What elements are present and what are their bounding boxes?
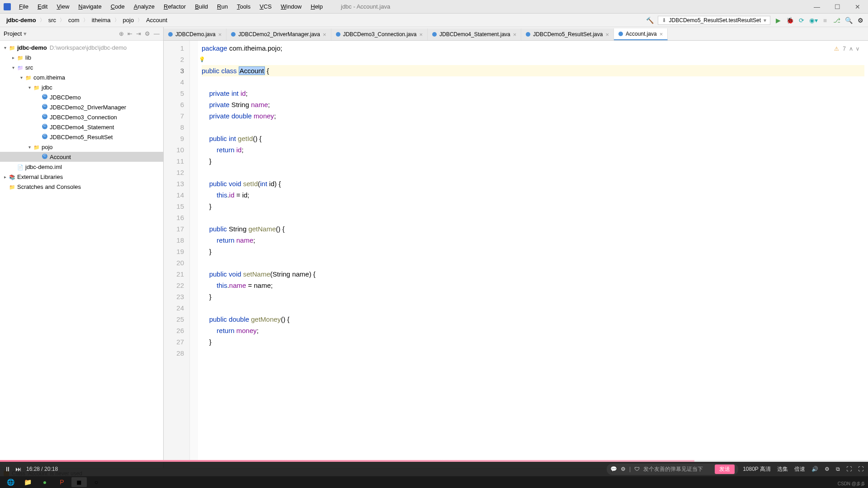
tree-account-file[interactable]: Account: [0, 152, 163, 162]
breadcrumb-item[interactable]: jdbc-demo: [4, 16, 39, 24]
tab-close-icon[interactable]: ×: [513, 31, 517, 38]
menu-edit[interactable]: Edit: [33, 2, 52, 11]
settings-icon[interactable]: ⚙: [856, 16, 864, 24]
settings-gear-icon[interactable]: ⚙: [145, 30, 150, 37]
tree-src[interactable]: ▾ src: [0, 62, 163, 72]
next-button[interactable]: ⏭: [15, 465, 22, 473]
git-icon[interactable]: ⎇: [833, 16, 841, 24]
danmu-send-button[interactable]: 发送: [715, 465, 735, 474]
breadcrumb-item[interactable]: com: [66, 16, 82, 24]
menu-vcs[interactable]: VCS: [255, 2, 276, 11]
fold-column[interactable]: [190, 41, 198, 468]
coverage-icon[interactable]: ⟳: [797, 16, 806, 24]
wide-icon[interactable]: ⛶: [846, 466, 852, 472]
taskbar-wechat-icon[interactable]: ●: [37, 477, 52, 487]
maximize-button[interactable]: ☐: [830, 3, 844, 10]
run-config-selector[interactable]: ⬇ JDBCDemo5_ResultSet.testResultSet ▾: [658, 16, 770, 25]
minimize-button[interactable]: —: [810, 3, 824, 10]
run-icon[interactable]: ▶: [774, 16, 782, 24]
breadcrumb-item[interactable]: Account: [143, 16, 170, 24]
app-icon: [4, 3, 11, 10]
project-tree[interactable]: ▾ jdbc-demo D:\workspace\jdbc\jdbc-demo …: [0, 41, 163, 193]
editor-tab[interactable]: JDBCDemo5_ResultSet.java×: [521, 28, 614, 40]
quality-selector[interactable]: 1080P 高清: [743, 465, 771, 473]
menu-navigate[interactable]: Navigate: [74, 2, 106, 11]
breadcrumb-item[interactable]: itheima: [89, 16, 113, 24]
next-highlight-icon[interactable]: v: [856, 43, 859, 55]
tab-close-icon[interactable]: ×: [323, 31, 326, 38]
menu-bar: FileEditViewNavigateCodeAnalyzeRefactorB…: [14, 2, 327, 11]
navigation-bar: jdbc-demo〉src〉com〉itheima〉pojo〉Account 🔨…: [0, 14, 868, 27]
profile-icon[interactable]: ◉▾: [809, 16, 817, 24]
breadcrumb-item[interactable]: pojo: [120, 16, 137, 24]
volume-icon[interactable]: 🔊: [811, 466, 818, 472]
tree-scratches[interactable]: Scratches and Consoles: [0, 182, 163, 192]
danmu-settings-icon[interactable]: ⚙: [621, 466, 626, 472]
debug-icon[interactable]: 🐞: [786, 16, 794, 24]
build-icon[interactable]: 🔨: [646, 16, 654, 24]
episode-selector[interactable]: 选集: [777, 465, 788, 473]
run-config-label: JDBCDemo5_ResultSet.testResultSet: [669, 17, 761, 23]
pip-icon[interactable]: ⧉: [836, 466, 840, 472]
menu-refactor[interactable]: Refactor: [159, 2, 190, 11]
tab-close-icon[interactable]: ×: [605, 31, 609, 38]
tree-iml-file[interactable]: jdbc-demo.iml: [0, 162, 163, 172]
inspection-widget[interactable]: ⚠ 7 ʌ v: [834, 43, 859, 55]
menu-help[interactable]: Help: [306, 2, 327, 11]
editor-tab[interactable]: Account.java×: [614, 28, 668, 40]
editor-tab[interactable]: JDBCDemo3_Connection.java×: [331, 28, 428, 40]
tab-close-icon[interactable]: ×: [660, 31, 663, 38]
tree-lib[interactable]: ▸ lib: [0, 52, 163, 62]
tree-java-file[interactable]: JDBCDemo3_Connection: [0, 112, 163, 122]
menu-build[interactable]: Build: [190, 2, 212, 11]
hide-panel-icon[interactable]: —: [154, 30, 160, 37]
taskbar-intellij-icon[interactable]: ◼: [71, 477, 87, 487]
tree-root[interactable]: ▾ jdbc-demo D:\workspace\jdbc\jdbc-demo: [0, 42, 163, 52]
video-control-bar: ⏸ ⏭ 16:28 / 20:18 💬 ⚙ | 🛡 发个友善的弹幕见证当下 发送…: [0, 462, 868, 476]
tree-java-file[interactable]: JDBCDemo2_DriverManager: [0, 102, 163, 112]
menu-file[interactable]: File: [14, 2, 33, 11]
danmu-shield-icon[interactable]: 🛡: [634, 466, 640, 472]
code-editor[interactable]: 1234567891011121314151617181920212223242…: [164, 41, 868, 468]
tree-pojo-folder[interactable]: ▾ pojo: [0, 142, 163, 152]
collapse-icon[interactable]: ⇤: [127, 30, 132, 37]
taskbar-explorer-icon[interactable]: 📁: [20, 477, 35, 487]
pause-button[interactable]: ⏸: [5, 465, 11, 473]
tab-close-icon[interactable]: ×: [218, 31, 222, 38]
search-everywhere-icon[interactable]: 🔍: [844, 16, 853, 24]
warning-count: 7: [843, 43, 846, 55]
tree-java-file[interactable]: JDBCDemo5_ResultSet: [0, 132, 163, 142]
stop-icon[interactable]: ■: [821, 16, 829, 24]
menu-run[interactable]: Run: [212, 2, 232, 11]
prev-highlight-icon[interactable]: ʌ: [849, 43, 853, 55]
menu-code[interactable]: Code: [106, 2, 129, 11]
csdn-watermark: CSDN @多多: [838, 481, 865, 487]
editor-tab[interactable]: JDBCDemo.java×: [164, 28, 226, 40]
settings-video-icon[interactable]: ⚙: [825, 466, 830, 472]
menu-tools[interactable]: Tools: [232, 2, 255, 11]
close-button[interactable]: ✕: [851, 3, 864, 10]
tree-external-libs[interactable]: ▸ External Libraries: [0, 172, 163, 182]
editor-area: JDBCDemo.java×JDBCDemo2_DriverManager.ja…: [164, 27, 868, 468]
breadcrumb: jdbc-demo〉src〉com〉itheima〉pojo〉Account: [4, 16, 170, 24]
breadcrumb-item[interactable]: src: [46, 16, 59, 24]
danmu-toggle-icon[interactable]: 💬: [610, 466, 617, 472]
menu-view[interactable]: View: [52, 2, 74, 11]
tree-java-file[interactable]: JDBCDemo4_Statement: [0, 122, 163, 132]
taskbar-chrome-icon[interactable]: 🌐: [3, 477, 18, 487]
editor-tab[interactable]: JDBCDemo4_Statement.java×: [428, 28, 521, 40]
speed-selector[interactable]: 倍速: [794, 465, 805, 473]
locate-icon[interactable]: ⊕: [119, 30, 124, 37]
danmu-input[interactable]: 发个友善的弹幕见证当下: [643, 465, 711, 473]
fullscreen-icon[interactable]: ⛶: [858, 466, 863, 472]
taskbar-powerpoint-icon[interactable]: P: [54, 477, 70, 487]
menu-window[interactable]: Window: [276, 2, 306, 11]
expand-icon[interactable]: ⇥: [136, 30, 141, 37]
menu-analyze[interactable]: Analyze: [129, 2, 159, 11]
tree-package[interactable]: ▾ com.itheima: [0, 72, 163, 82]
editor-tab[interactable]: JDBCDemo2_DriverManager.java×: [226, 28, 331, 40]
taskbar-other-icon[interactable]: ○: [89, 477, 104, 487]
tree-jdbc-folder[interactable]: ▾ jdbc: [0, 82, 163, 92]
tree-java-file[interactable]: JDBCDemo: [0, 92, 163, 102]
tab-close-icon[interactable]: ×: [419, 31, 423, 38]
